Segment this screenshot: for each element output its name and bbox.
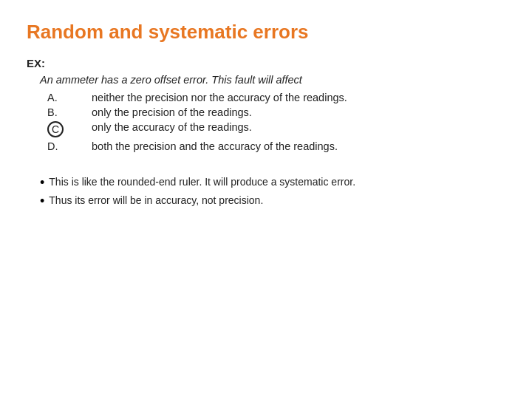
option-a-text: neither the precision nor the accuracy o… xyxy=(92,90,347,105)
option-d-letter: D. xyxy=(47,139,92,154)
bullet-1: • This is like the rounded-end ruler. It… xyxy=(40,176,505,191)
option-b: B. only the precision of the readings. xyxy=(47,105,347,120)
question-block: An ammeter has a zero offset error. This… xyxy=(40,74,505,154)
bullet-2: • Thus its error will be in accuracy, no… xyxy=(40,194,505,210)
option-a: A. neither the precision nor the accurac… xyxy=(47,90,347,105)
option-d: D. both the precision and the accuracy o… xyxy=(47,139,347,154)
slide-title: Random and systematic errors xyxy=(27,21,505,44)
slide-container: Random and systematic errors EX: An amme… xyxy=(0,0,532,399)
bullet-1-dot: • xyxy=(40,174,44,191)
option-c-text: only the accuracy of the readings. xyxy=(92,120,347,139)
bullet-1-text: This is like the rounded-end ruler. It w… xyxy=(49,176,355,188)
ex-label: EX: xyxy=(27,57,505,69)
bullet-points: • This is like the rounded-end ruler. It… xyxy=(40,176,505,211)
option-a-letter: A. xyxy=(47,90,92,105)
option-c: C only the accuracy of the readings. xyxy=(47,120,347,139)
option-c-letter: C xyxy=(47,120,92,139)
bullet-2-dot: • xyxy=(40,193,44,210)
option-b-letter: B. xyxy=(47,105,92,120)
option-d-text: both the precision and the accuracy of t… xyxy=(92,139,347,154)
options-table: A. neither the precision nor the accurac… xyxy=(47,90,347,154)
question-text: An ammeter has a zero offset error. This… xyxy=(40,74,505,86)
bullet-2-text: Thus its error will be in accuracy, not … xyxy=(49,194,263,206)
option-c-circle: C xyxy=(47,121,64,137)
option-b-text: only the precision of the readings. xyxy=(92,105,347,120)
